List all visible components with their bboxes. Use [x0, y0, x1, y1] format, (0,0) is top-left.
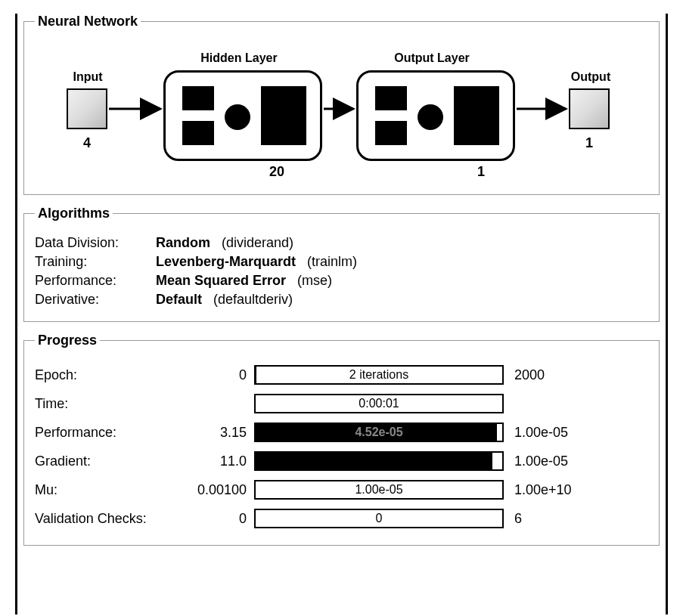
progress-row-performance: Performance: 3.15 4.52e-05 1.00e-05	[35, 419, 648, 445]
algo-name: Random	[156, 235, 210, 250]
connection-arrows	[35, 40, 640, 191]
progress-bar: 4.52e-05	[254, 423, 504, 442]
progress-text: 4.52e-05	[256, 424, 502, 441]
algo-name: Levenberg-Marquardt	[156, 254, 296, 269]
progress-min: 0.00100	[186, 482, 254, 498]
progress-bar	[254, 451, 504, 471]
progress-label: Time:	[35, 396, 186, 412]
progress-min: 0	[186, 511, 254, 527]
progress-min: 0	[186, 367, 254, 383]
progress-min: 3.15	[186, 425, 254, 441]
algo-row-data-division: Data Division: Random (dividerand)	[35, 235, 648, 251]
progress-max: 6	[504, 511, 522, 527]
neural-network-group: Neural Network Input Hidden Layer Output…	[23, 14, 660, 195]
algo-val: Default (defaultderiv)	[156, 292, 293, 308]
progress-max: 1.00e+10	[504, 482, 572, 498]
progress-max: 1.00e-05	[504, 453, 568, 469]
output-count: 1	[569, 135, 610, 151]
progress-max: 2000	[504, 367, 545, 383]
algo-row-training: Training: Levenberg-Marquardt (trainlm)	[35, 254, 648, 270]
progress-label: Epoch:	[35, 367, 186, 383]
progress-label: Mu:	[35, 482, 186, 498]
progress-text: 2 iterations	[256, 367, 502, 383]
algo-name: Default	[156, 292, 202, 307]
progress-label: Performance:	[35, 425, 186, 441]
progress-group: Progress Epoch: 0 2 iterations 2000 Time…	[23, 333, 660, 546]
algo-key: Derivative:	[35, 292, 156, 308]
progress-row-time: Time: 0:00:01	[35, 391, 648, 416]
algo-row-derivative: Derivative: Default (defaultderiv)	[35, 292, 648, 308]
algo-fn: (defaultderiv)	[213, 292, 293, 307]
algo-name: Mean Squared Error	[156, 273, 286, 288]
algo-key: Data Division:	[35, 235, 156, 251]
algorithms-group: Algorithms Data Division: Random (divide…	[23, 206, 660, 322]
progress-text: 0:00:01	[256, 395, 502, 412]
progress-bar: 0:00:01	[254, 394, 504, 413]
algo-fn: (trainlm)	[307, 254, 357, 269]
hidden-count: 20	[254, 164, 300, 180]
progress-row-mu: Mu: 0.00100 1.00e-05 1.00e+10	[35, 477, 648, 503]
progress-bar: 2 iterations	[254, 365, 504, 385]
algo-fn: (mse)	[297, 273, 332, 288]
algo-val: Levenberg-Marquardt (trainlm)	[156, 254, 357, 270]
algo-key: Performance:	[35, 273, 156, 289]
progress-row-validation: Validation Checks: 0 0 6	[35, 506, 648, 531]
progress-row-epoch: Epoch: 0 2 iterations 2000	[35, 362, 648, 388]
algo-val: Mean Squared Error (mse)	[156, 273, 332, 289]
progress-max: 1.00e-05	[504, 425, 568, 441]
progress-text: 1.00e-05	[256, 481, 502, 498]
progress-row-gradient: Gradient: 11.0 1.00e-05	[35, 448, 648, 474]
progress-label: Gradient:	[35, 453, 186, 469]
algorithms-legend: Algorithms	[35, 206, 113, 221]
progress-bar: 1.00e-05	[254, 480, 504, 500]
neural-network-legend: Neural Network	[35, 14, 141, 29]
network-diagram: Input Hidden Layer Output Layer Output	[35, 40, 648, 184]
progress-legend: Progress	[35, 333, 100, 348]
input-count: 4	[67, 135, 107, 151]
progress-bar: 0	[254, 509, 504, 528]
algo-key: Training:	[35, 254, 156, 270]
algo-fn: (dividerand)	[222, 235, 293, 250]
algo-row-performance: Performance: Mean Squared Error (mse)	[35, 273, 648, 289]
output-layer-count: 1	[458, 164, 504, 180]
progress-text: 0	[256, 510, 502, 527]
main-panel: Neural Network Input Hidden Layer Output…	[15, 14, 668, 614]
progress-min: 11.0	[186, 453, 254, 469]
progress-text	[256, 453, 502, 469]
progress-label: Validation Checks:	[35, 511, 186, 527]
algo-val: Random (dividerand)	[156, 235, 293, 251]
